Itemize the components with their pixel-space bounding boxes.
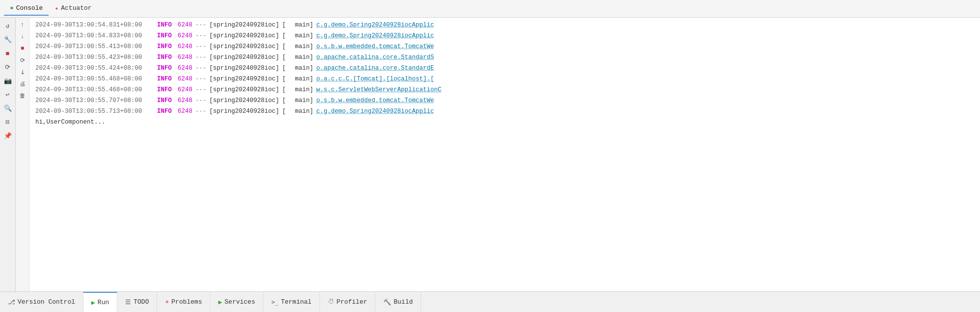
run-icon: ▶ xyxy=(91,299,95,307)
todo-icon: ☰ xyxy=(125,298,131,306)
bottom-tab-run[interactable]: ▶ Run xyxy=(83,292,117,312)
problems-icon: ● xyxy=(165,298,169,306)
services-label: Services xyxy=(225,298,255,306)
bottom-tab-todo[interactable]: ☰ TODO xyxy=(117,292,157,312)
log-line: 2024-09-30T13:00:54.833+08:00 INFO 6248 … xyxy=(29,30,980,41)
inner-toolbar: ↑ ↓ ■ ⟳ ⤓ 🖨 🗑 xyxy=(16,18,29,291)
profiler-icon: ⏱ xyxy=(328,298,334,306)
terminal-icon: >_ xyxy=(271,299,278,306)
stop-icon[interactable]: ■ xyxy=(1,47,14,60)
left-sidebar: ↺ 🔧 ■ ⟳ 📷 ↩ 🔍 ⊟ 📌 xyxy=(0,18,16,291)
layout-left-icon[interactable]: ⊟ xyxy=(1,116,14,129)
scroll-up-icon[interactable]: ↑ xyxy=(17,20,28,30)
refresh-icon[interactable]: ↺ xyxy=(1,20,14,32)
scroll-down-icon[interactable]: ↓ xyxy=(17,31,28,42)
log-line: 2024-09-30T13:00:55.468+08:00 INFO 6248 … xyxy=(29,84,980,95)
bottom-tab-build[interactable]: 🔨 Build xyxy=(375,292,421,312)
scroll-end-icon[interactable]: ⤓ xyxy=(17,67,28,78)
pin-bottom-icon[interactable]: 📌 xyxy=(1,130,14,142)
wrench-icon[interactable]: 🔧 xyxy=(1,33,14,46)
bottom-tab-problems[interactable]: ● Problems xyxy=(157,292,210,312)
log-line: 2024-09-30T13:00:54.831+08:00 INFO 6248 … xyxy=(29,20,980,30)
log-line: 2024-09-30T13:00:55.707+08:00 INFO 6248 … xyxy=(29,95,980,106)
todo-label: TODO xyxy=(133,298,149,306)
bottom-bar: ⎇ Version Control ▶ Run ☰ TODO ● Problem… xyxy=(0,291,980,312)
log-content[interactable]: 2024-09-30T13:00:54.831+08:00 INFO 6248 … xyxy=(29,18,980,291)
tab-console[interactable]: ● Console xyxy=(4,1,49,16)
build-icon: 🔨 xyxy=(383,298,391,306)
profiler-label: Profiler xyxy=(337,298,367,306)
services-icon: ▶ xyxy=(218,298,222,306)
console-icon: ● xyxy=(10,4,14,12)
bottom-tab-version-control[interactable]: ⎇ Version Control xyxy=(0,292,83,312)
version-control-icon: ⎇ xyxy=(8,298,15,306)
pin-left-icon[interactable]: ↩ xyxy=(1,88,14,101)
main-area: ↺ 🔧 ■ ⟳ 📷 ↩ 🔍 ⊟ 📌 ↑ ↓ ■ ⟳ ⤓ 🖨 🗑 2024-09-… xyxy=(0,18,980,291)
console-tab-label: Console xyxy=(16,4,43,12)
rerun-icon[interactable]: ⟳ xyxy=(1,61,14,74)
top-tab-bar: ● Console ✦ Actuator xyxy=(0,0,980,18)
extra-log-line: hi,UserComponent... xyxy=(29,117,980,128)
log-line: 2024-09-30T13:00:55.423+08:00 INFO 6248 … xyxy=(29,52,980,63)
rerun-run-icon[interactable]: ⟳ xyxy=(17,55,28,66)
bottom-tab-services[interactable]: ▶ Services xyxy=(211,292,264,312)
log-line: 2024-09-30T13:00:55.468+08:00 INFO 6248 … xyxy=(29,74,980,84)
search-left-icon[interactable]: 🔍 xyxy=(1,102,14,115)
version-control-label: Version Control xyxy=(18,298,75,306)
camera-icon[interactable]: 📷 xyxy=(1,75,14,87)
bottom-tab-profiler[interactable]: ⏱ Profiler xyxy=(320,292,375,312)
print-icon[interactable]: 🖨 xyxy=(17,78,28,89)
terminal-label: Terminal xyxy=(281,298,311,306)
actuator-icon: ✦ xyxy=(54,4,58,12)
run-label: Run xyxy=(98,299,109,306)
tab-actuator[interactable]: ✦ Actuator xyxy=(49,1,97,16)
log-line: 2024-09-30T13:00:55.413+08:00 INFO 6248 … xyxy=(29,41,980,52)
actuator-tab-label: Actuator xyxy=(61,4,91,12)
stop-run-icon[interactable]: ■ xyxy=(17,43,28,54)
clear-icon[interactable]: 🗑 xyxy=(17,90,28,101)
bottom-tab-terminal[interactable]: >_ Terminal xyxy=(264,292,320,312)
build-label: Build xyxy=(394,298,413,306)
log-line: 2024-09-30T13:00:55.713+08:00 INFO 6248 … xyxy=(29,106,980,117)
log-line: 2024-09-30T13:00:55.424+08:00 INFO 6248 … xyxy=(29,63,980,74)
problems-label: Problems xyxy=(171,298,202,306)
